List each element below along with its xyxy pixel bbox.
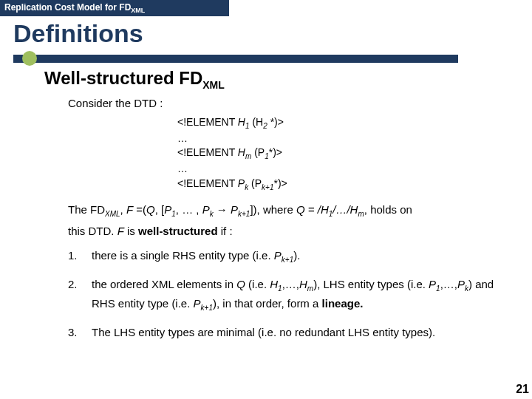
- t: ,…,: [440, 278, 457, 290]
- content-area: Well-structured FDXML Consider the DTD :…: [44, 68, 502, 352]
- slide-header: Replication Cost Model for FDXML: [0, 0, 229, 16]
- list-item: 1. there is a single RHS entity type (i.…: [68, 247, 502, 266]
- subtitle-sub: XML: [202, 79, 225, 91]
- t: (P: [248, 177, 262, 189]
- list-number: 1.: [68, 247, 92, 266]
- dtd-block: <!ELEMENT H1 (H2 *)> … <!ELEMENT Hm (P1*…: [177, 115, 502, 193]
- dtd-line-1: <!ELEMENT H1 (H2 *)>: [177, 115, 502, 132]
- t: there is a single RHS entity type (i.e.: [92, 249, 274, 262]
- t: ]), where: [250, 203, 296, 216]
- t: The FD: [68, 203, 105, 216]
- list-item: 2. the ordered XML elements in Q (i.e. H…: [68, 276, 502, 313]
- list-text: the ordered XML elements in Q (i.e. H1,……: [92, 276, 502, 313]
- t: P: [274, 249, 282, 262]
- t: Q: [146, 203, 155, 216]
- t: H: [299, 278, 307, 290]
- t: is: [124, 225, 138, 237]
- conditions-list: 1. there is a single RHS entity type (i.…: [68, 247, 502, 341]
- t: ,: [120, 203, 126, 216]
- t: Q: [236, 278, 245, 290]
- t: (P: [251, 146, 265, 158]
- t: F: [126, 203, 133, 216]
- consider-text: Consider the DTD :: [68, 97, 502, 109]
- t: H: [238, 146, 245, 158]
- t: P: [429, 278, 436, 290]
- list-number: 3.: [68, 324, 92, 341]
- t: , [: [155, 203, 165, 216]
- t: P: [238, 177, 245, 189]
- t: P: [231, 203, 238, 216]
- header-text: Replication Cost Model for FD: [4, 2, 131, 13]
- t: ).: [293, 249, 300, 262]
- t: /…/H: [332, 203, 358, 216]
- t: k+1: [201, 304, 213, 312]
- t: Q = /H: [296, 203, 329, 216]
- dtd-line-2: <!ELEMENT Hm (P1*)>: [177, 146, 502, 162]
- t: *)>: [269, 146, 282, 158]
- t: the ordered XML elements in: [92, 278, 236, 290]
- subtitle-text: Well-structured FD: [44, 68, 202, 88]
- definition-paragraph: The FDXML, F =(Q, [P1, … , Pk → Pk+1]), …: [68, 200, 502, 242]
- t: P: [164, 203, 171, 216]
- subtitle: Well-structured FDXML: [44, 68, 502, 91]
- arrow-icon: →: [214, 203, 231, 216]
- t: P: [194, 297, 201, 310]
- t: =(: [133, 203, 146, 216]
- list-text: The LHS entity types are minimal (i.e. n…: [92, 324, 435, 341]
- t: <!ELEMENT: [177, 146, 238, 158]
- t: ), LHS entity types (i.e.: [313, 278, 429, 290]
- t: <!ELEMENT: [177, 116, 238, 128]
- t: if :: [218, 225, 233, 237]
- t: F: [117, 225, 124, 237]
- t: ), in that order, form a: [213, 297, 322, 310]
- t: well-structured: [138, 225, 218, 237]
- page-number: 21: [516, 383, 529, 396]
- t: , … ,: [176, 203, 202, 216]
- t: P: [202, 203, 210, 216]
- t: this DTD.: [68, 225, 117, 237]
- t: *)>: [273, 177, 287, 189]
- list-text: there is a single RHS entity type (i.e. …: [92, 247, 300, 266]
- t: k+1: [282, 256, 293, 264]
- list-number: 2.: [68, 276, 92, 313]
- t: lineage.: [322, 297, 364, 310]
- dtd-dots-2: …: [177, 162, 502, 177]
- title-underline: [13, 55, 458, 63]
- t: (H: [250, 116, 264, 128]
- t: *)>: [267, 116, 284, 128]
- t: <!ELEMENT: [177, 177, 238, 189]
- t: H: [238, 116, 245, 128]
- t: k+1: [238, 210, 250, 218]
- t: m: [358, 210, 364, 218]
- t: XML: [105, 210, 120, 218]
- dtd-line-3: <!ELEMENT Pk (Pk+1*)>: [177, 177, 502, 193]
- list-item: 3. The LHS entity types are minimal (i.e…: [68, 324, 502, 341]
- slide-title: Definitions: [13, 19, 143, 48]
- t: k+1: [262, 183, 273, 191]
- t: , holds on: [364, 203, 412, 216]
- t: P: [457, 278, 465, 290]
- t: m: [307, 284, 313, 293]
- dtd-dots-1: …: [177, 132, 502, 146]
- t: H: [270, 278, 278, 290]
- t: (i.e.: [245, 278, 270, 290]
- header-sub: XML: [131, 7, 145, 14]
- t: ,…,: [282, 278, 299, 290]
